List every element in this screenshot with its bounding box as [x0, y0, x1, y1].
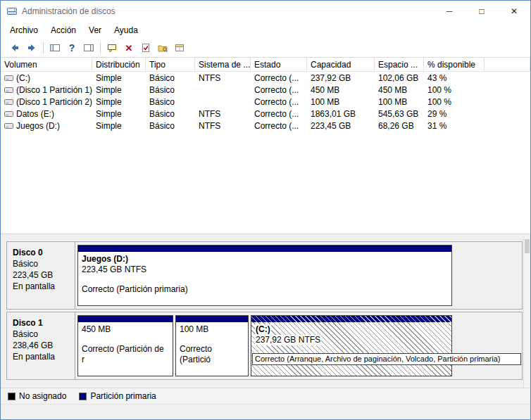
legend-label: No asignado — [19, 391, 66, 401]
show-action-pane-button[interactable] — [80, 40, 97, 56]
legend-bar: No asignado Partición primaria — [1, 388, 530, 404]
cell-disponible: 43 % — [424, 72, 485, 84]
cell-tipo: Básico — [146, 96, 195, 108]
cell-estado: Correcto (... — [251, 108, 307, 120]
back-icon — [9, 42, 20, 53]
disk-type: Básico — [13, 329, 75, 340]
partition-color-stripe — [78, 316, 173, 322]
window-bottom-area — [1, 404, 530, 419]
partition-label: Juegos (D:) — [82, 254, 448, 265]
disk-name: Disco 1 — [13, 317, 75, 329]
help-button[interactable]: ? — [63, 40, 80, 56]
minimize-button[interactable]: ─ — [433, 1, 466, 22]
table-row[interactable]: (C:) Simple Básico NTFS Correcto (... 23… — [1, 72, 530, 84]
cell-volumen: Juegos (D:) — [1, 120, 92, 132]
explore-button[interactable] — [154, 40, 171, 56]
cell-disponible: 100 % — [424, 84, 485, 96]
table-row[interactable]: (Disco 1 Partición 1) Simple Básico Corr… — [1, 84, 530, 96]
window-title: Administración de discos — [22, 6, 115, 16]
disk-row-0: Disco 0 Básico 223,45 GB En pantalla Jue… — [6, 241, 523, 310]
back-button[interactable] — [6, 40, 23, 56]
red-x-icon: ✕ — [125, 43, 133, 53]
cell-sistema — [195, 84, 251, 96]
graphical-view: Disco 0 Básico 223,45 GB En pantalla Jue… — [1, 238, 530, 388]
forward-button[interactable] — [23, 40, 40, 56]
partition-color-stripe — [251, 316, 451, 322]
disk-name: Disco 0 — [13, 247, 75, 258]
vertical-scrollbar[interactable] — [523, 238, 530, 388]
column-header-volumen[interactable]: Volumen — [1, 58, 92, 71]
legend-item-primary: Partición primaria — [79, 391, 156, 401]
column-header-filler — [485, 58, 530, 71]
cell-estado: Correcto (... — [251, 120, 307, 132]
unallocated-swatch — [8, 393, 15, 400]
disk-1-header[interactable]: Disco 1 Básico 238,46 GB En pantalla — [7, 312, 75, 379]
partition-size: 450 MB — [82, 324, 169, 335]
minimize-icon: ─ — [446, 6, 453, 16]
disk-row-1: Disco 1 Básico 238,46 GB En pantalla 450… — [6, 312, 523, 380]
close-button[interactable]: ✕ — [498, 1, 530, 22]
cell-sistema — [195, 96, 251, 108]
menu-accion[interactable]: Acción — [44, 23, 82, 38]
partition-c[interactable]: (C:) 237,92 GB NTFS — [251, 315, 452, 376]
primary-partition-swatch — [79, 393, 87, 400]
volume-icon — [4, 85, 13, 94]
callout-icon — [106, 42, 118, 53]
partition-juegos-d[interactable]: Juegos (D:) 223,45 GB NTFS Correcto (Par… — [77, 245, 452, 306]
cell-volumen: (C:) — [1, 72, 92, 84]
menu-ver[interactable]: Ver — [82, 23, 108, 38]
column-header-disponible[interactable]: % disponible — [424, 58, 485, 71]
cell-capacidad: 100 MB — [307, 96, 375, 108]
legend-item-unallocated: No asignado — [8, 391, 66, 401]
column-header-espacio[interactable]: Espacio ... — [375, 58, 424, 71]
scrollbar-thumb[interactable] — [525, 239, 530, 253]
grid-icon — [174, 42, 185, 53]
column-header-sistema[interactable]: Sistema de ... — [195, 58, 251, 71]
maximize-button[interactable]: □ — [466, 1, 498, 22]
cell-capacidad: 450 MB — [307, 84, 375, 96]
cell-estado: Correcto (... — [251, 84, 307, 96]
menu-ayuda[interactable]: Ayuda — [108, 23, 144, 38]
table-row[interactable]: Juegos (D:) Simple Básico NTFS Correcto … — [1, 120, 530, 132]
partition-status: Correcto (Partició — [180, 344, 244, 365]
folder-search-icon — [157, 42, 168, 53]
cell-capacidad: 237,92 GB — [307, 72, 375, 84]
cell-espacio: 102,06 GB — [375, 72, 424, 84]
mark-partition-button[interactable] — [137, 40, 154, 56]
pane-splitter[interactable] — [1, 234, 530, 238]
column-header-capacidad[interactable]: Capacidad — [307, 58, 375, 71]
customize-button[interactable] — [171, 40, 188, 56]
cell-capacidad: 223,45 GB — [307, 120, 375, 132]
cell-distribucion: Simple — [92, 108, 146, 120]
delete-volume-button[interactable]: ✕ — [120, 40, 137, 56]
disk-status: En pantalla — [13, 351, 75, 362]
partition-size: 100 MB — [180, 324, 244, 335]
partition-label: (C:) — [255, 324, 448, 335]
cell-tipo: Básico — [146, 84, 195, 96]
partition-color-stripe — [176, 316, 248, 322]
disk-management-window: Administración de discos ─ □ ✕ Archivo A… — [0, 0, 531, 420]
callout-button[interactable] — [104, 40, 120, 56]
menu-archivo[interactable]: Archivo — [4, 23, 44, 38]
cell-estado: Correcto (... — [251, 72, 307, 84]
cell-volumen: (Disco 1 Partición 2) — [1, 96, 92, 108]
show-console-tree-button[interactable] — [46, 40, 63, 56]
window-controls: ─ □ ✕ — [433, 1, 530, 22]
cell-disponible: 31 % — [424, 120, 485, 132]
cell-espacio: 545,63 GB — [375, 108, 424, 120]
table-row[interactable]: Datos (E:) Simple Básico NTFS Correcto (… — [1, 108, 530, 120]
disk-0-header[interactable]: Disco 0 Básico 223,45 GB En pantalla — [7, 242, 75, 309]
column-header-distribucion[interactable]: Distribución — [92, 58, 146, 71]
column-header-estado[interactable]: Estado — [251, 58, 307, 71]
volume-list: Volumen Distribución Tipo Sistema de ...… — [1, 58, 530, 234]
column-header-tipo[interactable]: Tipo — [146, 58, 195, 71]
menubar: Archivo Acción Ver Ayuda — [1, 22, 530, 39]
partition-system[interactable]: 100 MB Correcto (Partició — [175, 315, 249, 376]
cell-sistema: NTFS — [195, 120, 251, 132]
table-row[interactable]: (Disco 1 Partición 2) Simple Básico Corr… — [1, 96, 530, 108]
cell-espacio: 68,26 GB — [375, 120, 424, 132]
partition-recovery[interactable]: 450 MB Correcto (Partición de r — [77, 315, 173, 376]
toolbar-separator — [100, 42, 101, 53]
app-icon — [6, 6, 18, 17]
volume-icon — [4, 121, 13, 130]
